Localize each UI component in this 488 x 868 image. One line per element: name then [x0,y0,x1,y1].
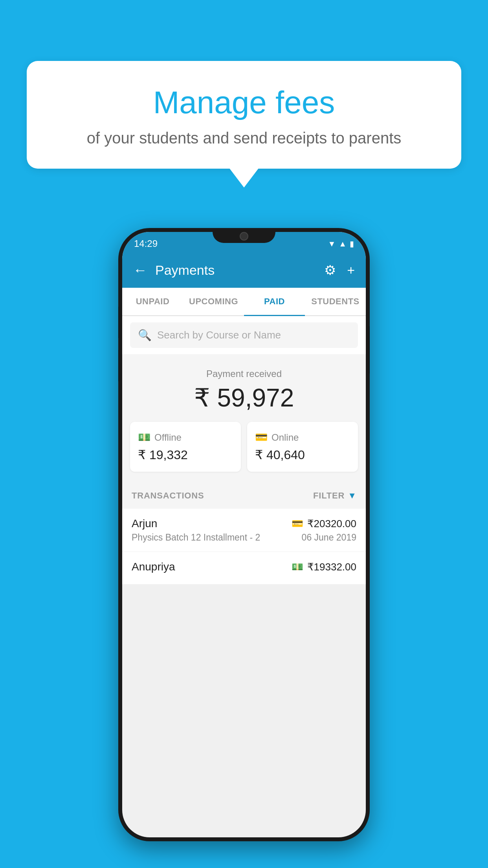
filter-label: FILTER [313,491,345,501]
wifi-icon: ▼ [328,239,336,248]
online-card-amount: ₹ 40,640 [255,447,350,462]
payment-total-amount: ₹ 59,972 [130,383,358,412]
phone-camera [240,232,248,241]
speech-bubble: Manage fees of your students and send re… [27,61,461,169]
online-payment-icon: 💳 [255,431,268,443]
tab-paid[interactable]: PAID [244,288,305,315]
transaction-amount: ₹20320.00 [307,518,356,530]
transaction-course: Physics Batch 12 Installment - 2 [132,532,260,543]
filter-button[interactable]: FILTER ▼ [313,491,356,501]
add-icon[interactable]: + [347,263,355,278]
search-icon: 🔍 [138,329,152,342]
tab-students[interactable]: STUDENTS [305,288,366,315]
app-bar: ← Payments ⚙ + [122,252,366,288]
payment-received-section: Payment received ₹ 59,972 💵 Offline ₹ 19… [122,354,366,483]
transaction-amount: ₹19332.00 [307,561,356,573]
transaction-list: Arjun 💳 ₹20320.00 Physics Batch 12 Insta… [122,509,366,585]
offline-transaction-icon: 💵 [292,561,303,572]
search-bar-container: 🔍 Search by Course or Name [122,316,366,354]
transactions-label: TRANSACTIONS [132,491,204,501]
online-card: 💳 Online ₹ 40,640 [247,422,358,472]
tab-unpaid[interactable]: UNPAID [122,288,183,315]
app-bar-actions: ⚙ + [324,262,355,278]
app-bar-title: Payments [155,263,324,278]
volume-down-button [118,350,119,381]
transaction-amount-wrap: 💵 ₹19332.00 [292,561,356,573]
back-button[interactable]: ← [133,262,147,278]
transaction-date: 06 June 2019 [302,532,356,543]
power-button [369,326,370,373]
payment-received-label: Payment received [130,368,358,379]
search-placeholder: Search by Course or Name [157,329,281,341]
phone-notch [213,228,275,243]
offline-payment-icon: 💵 [138,431,150,443]
offline-card-type: Offline [154,432,182,443]
transaction-amount-wrap: 💳 ₹20320.00 [292,518,356,530]
online-card-header: 💳 Online [255,431,350,443]
status-icons: ▼ ▲ ▮ [328,239,354,248]
offline-card-amount: ₹ 19,332 [138,447,233,462]
filter-icon: ▼ [348,491,356,501]
settings-icon[interactable]: ⚙ [324,262,336,278]
tab-upcoming[interactable]: UPCOMING [183,288,244,315]
back-arrow-icon: ← [133,262,147,278]
transaction-name: Arjun [132,517,157,530]
volume-up-button [118,307,119,338]
table-row[interactable]: Anupriya 💵 ₹19332.00 [122,552,366,585]
speech-bubble-title: Manage fees [46,85,442,121]
speech-bubble-subtitle: of your students and send receipts to pa… [46,129,442,147]
online-transaction-icon: 💳 [292,518,303,529]
offline-card-header: 💵 Offline [138,431,233,443]
transaction-row-top: Arjun 💳 ₹20320.00 [132,517,356,530]
tab-bar: UNPAID UPCOMING PAID STUDENTS [122,288,366,316]
page-background: Manage fees of your students and send re… [0,0,488,868]
transaction-row-top: Anupriya 💵 ₹19332.00 [132,561,356,573]
table-row[interactable]: Arjun 💳 ₹20320.00 Physics Batch 12 Insta… [122,509,366,552]
online-card-type: Online [272,432,299,443]
payment-cards: 💵 Offline ₹ 19,332 💳 Online ₹ 40,640 [130,422,358,472]
transaction-name: Anupriya [132,561,175,573]
phone-frame: 14:29 ▼ ▲ ▮ ← Payments ⚙ + [118,228,370,841]
offline-card: 💵 Offline ₹ 19,332 [130,422,241,472]
signal-icon: ▲ [339,239,347,248]
phone-screen: 14:29 ▼ ▲ ▮ ← Payments ⚙ + [122,232,366,837]
battery-icon: ▮ [350,239,354,248]
search-bar[interactable]: 🔍 Search by Course or Name [130,322,358,348]
speech-bubble-container: Manage fees of your students and send re… [27,61,461,169]
transactions-header: TRANSACTIONS FILTER ▼ [122,483,366,509]
status-time: 14:29 [134,238,158,249]
transaction-row-bottom: Physics Batch 12 Installment - 2 06 June… [132,532,356,543]
